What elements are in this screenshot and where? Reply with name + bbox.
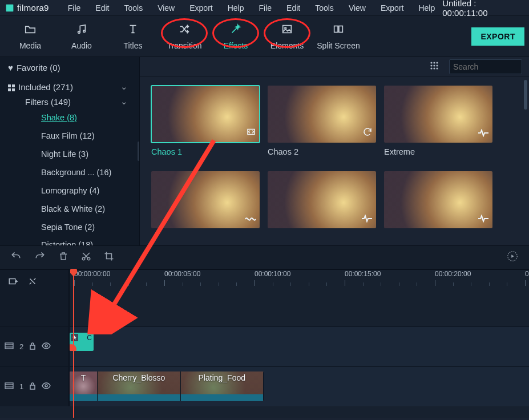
time-tick: 00 — [525, 270, 529, 278]
effect-thumbnail[interactable] — [384, 171, 492, 228]
tab-media[interactable]: Media — [5, 23, 56, 50]
category-item[interactable]: Shake (8) — [0, 109, 139, 127]
heartbeat-icon — [478, 215, 489, 225]
svg-rect-25 — [9, 278, 15, 284]
lock-icon[interactable] — [29, 342, 36, 352]
svg-rect-5 — [339, 26, 342, 32]
svg-rect-7 — [12, 84, 15, 87]
app-logo: filmora9 — [5, 3, 60, 13]
split-icon — [332, 23, 345, 38]
star-badge-icon: ★ — [71, 334, 78, 341]
video-clip[interactable]: T Cherry_Blosso Plating_Food — [70, 371, 264, 401]
svg-point-17 — [433, 67, 435, 69]
time-tick: 00:00:10:00 — [255, 270, 290, 278]
menu-edit[interactable]: Edit — [88, 1, 116, 15]
menu-file[interactable]: File — [252, 1, 280, 15]
effects-panel: Chaos 1Chaos 2Extreme — [140, 57, 529, 245]
delete-icon[interactable] — [58, 251, 68, 264]
svg-rect-9 — [12, 88, 15, 91]
shuffle-icon — [178, 23, 191, 38]
time-tick: 00:00:00:00 — [74, 270, 110, 278]
effect-thumbnail[interactable] — [151, 171, 260, 228]
search-box[interactable] — [449, 59, 522, 74]
included-group[interactable]: Included (271) ⌄ — [0, 79, 139, 94]
effect-thumbnail[interactable]: Chaos 1 — [151, 86, 260, 156]
category-item[interactable]: Sepia Tone (2) — [0, 219, 139, 237]
unlink-icon[interactable] — [27, 276, 38, 289]
menu-help[interactable]: Help — [220, 1, 252, 15]
svg-rect-26 — [5, 343, 13, 349]
svg-rect-2 — [283, 25, 292, 33]
category-item[interactable]: Distortion (18) — [0, 236, 139, 245]
track-2: 2 ★ C — [0, 326, 529, 366]
menu-tools[interactable]: Tools — [116, 1, 150, 15]
layout-grid-icon[interactable] — [430, 61, 439, 72]
category-item[interactable]: Night Life (3) — [0, 146, 139, 164]
effect-thumbnail[interactable] — [268, 171, 376, 228]
cut-icon[interactable] — [81, 251, 91, 264]
tab-effects[interactable]: Effects — [210, 23, 261, 50]
svg-point-35 — [45, 385, 47, 387]
filters-group[interactable]: Filters (149) ⌄ — [0, 94, 139, 109]
favorite-item[interactable]: ♥ Favorite (0) — [0, 60, 139, 75]
menu-file[interactable]: File — [60, 1, 88, 15]
lock-icon[interactable] — [29, 382, 36, 391]
svg-rect-8 — [8, 88, 11, 91]
svg-point-1 — [83, 30, 86, 32]
search-input[interactable] — [453, 62, 529, 71]
tab-titles[interactable]: Titles — [107, 23, 159, 50]
wand-icon — [229, 23, 242, 38]
tab-splitscreen[interactable]: Split Screen — [313, 23, 364, 50]
tab-audio[interactable]: Audio — [56, 23, 107, 50]
export-button[interactable]: EXPORT — [471, 27, 524, 46]
tab-elements[interactable]: Elements — [261, 23, 313, 50]
svg-point-11 — [433, 62, 435, 63]
effect-thumbnail[interactable]: Extreme — [384, 86, 492, 156]
menu-view[interactable]: View — [341, 1, 373, 15]
menu-export[interactable]: Export — [373, 1, 411, 15]
wave-icon — [245, 215, 256, 225]
svg-rect-29 — [30, 345, 35, 349]
heartbeat-icon — [361, 215, 373, 225]
render-preview-icon[interactable] — [506, 250, 519, 265]
eye-icon[interactable] — [42, 382, 51, 391]
menu-view[interactable]: View — [150, 1, 182, 15]
menu-tools[interactable]: Tools — [308, 1, 341, 15]
filmstrip-icon — [5, 382, 14, 391]
text-icon — [127, 23, 139, 38]
category-item[interactable]: Background ... (16) — [0, 164, 139, 182]
category-item[interactable]: Faux Film (12) — [0, 127, 139, 146]
menu-edit[interactable]: Edit — [279, 1, 308, 15]
eye-icon[interactable] — [42, 342, 51, 351]
scrollbar-thumb[interactable] — [524, 80, 527, 110]
folder-icon — [24, 23, 37, 38]
menu-bar: filmora9 FileEditToolsViewExportHelp Fil… — [0, 0, 529, 16]
undo-icon[interactable] — [10, 251, 22, 264]
svg-rect-31 — [5, 383, 13, 389]
category-item[interactable]: Black & White (2) — [0, 200, 139, 219]
filmstrip-icon — [5, 342, 14, 351]
svg-point-13 — [430, 64, 432, 66]
menu-help[interactable]: Help — [411, 1, 442, 15]
svg-point-14 — [433, 64, 435, 66]
svg-point-10 — [430, 62, 432, 63]
effect-thumbnail[interactable]: Chaos 2 — [268, 86, 376, 156]
category-item[interactable]: Lomography (4) — [0, 182, 139, 200]
music-icon — [75, 23, 88, 38]
refresh-icon — [362, 127, 373, 139]
playhead[interactable] — [73, 269, 74, 418]
redo-icon[interactable] — [34, 251, 46, 264]
menu-export[interactable]: Export — [182, 1, 220, 15]
svg-point-12 — [436, 62, 438, 63]
category-sidebar: ♥ Favorite (0) Included (271) ⌄ Filters … — [0, 57, 140, 245]
track-1: 1 T Cherry_Blosso Plating_Food — [0, 366, 529, 406]
timeline-ruler-row: 00:00:00:0000:00:05:0000:00:10:0000:00:1… — [0, 269, 529, 294]
loop-icon — [246, 127, 256, 139]
svg-rect-34 — [30, 385, 35, 389]
crop-icon[interactable] — [104, 251, 114, 264]
time-ruler[interactable]: 00:00:00:0000:00:05:0000:00:10:0000:00:1… — [68, 270, 529, 294]
chevron-down-icon: ⌄ — [120, 96, 128, 107]
tab-transition[interactable]: Transition — [159, 23, 210, 50]
project-title: Untitled : 00:00:11:00 — [442, 0, 502, 18]
add-track-icon[interactable] — [8, 276, 18, 289]
